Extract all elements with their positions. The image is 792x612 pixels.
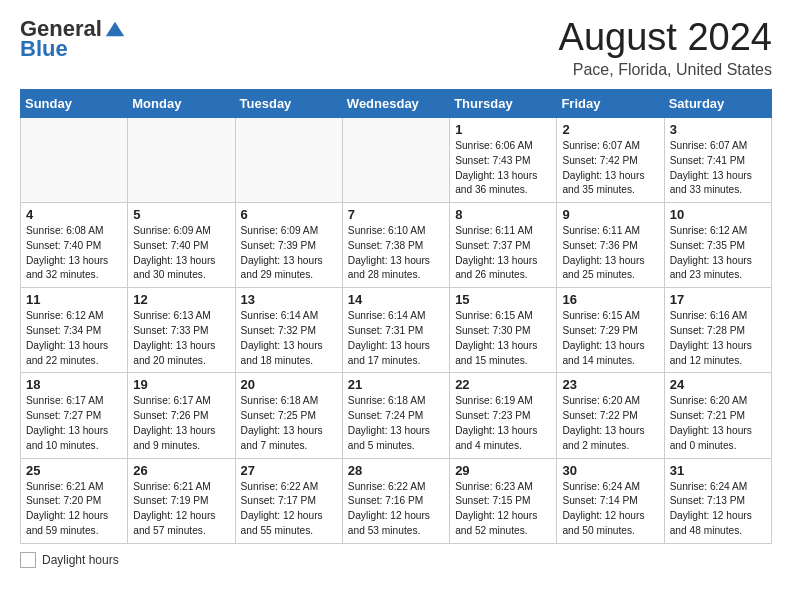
day-info: Sunrise: 6:14 AM Sunset: 7:32 PM Dayligh…: [241, 309, 337, 368]
weekday-header-friday: Friday: [557, 90, 664, 118]
daylight-label: Daylight hours: [42, 553, 119, 567]
day-number: 28: [348, 463, 444, 478]
day-number: 11: [26, 292, 122, 307]
day-number: 18: [26, 377, 122, 392]
day-info: Sunrise: 6:17 AM Sunset: 7:27 PM Dayligh…: [26, 394, 122, 453]
day-info: Sunrise: 6:24 AM Sunset: 7:14 PM Dayligh…: [562, 480, 658, 539]
day-info: Sunrise: 6:24 AM Sunset: 7:13 PM Dayligh…: [670, 480, 766, 539]
day-info: Sunrise: 6:20 AM Sunset: 7:21 PM Dayligh…: [670, 394, 766, 453]
day-info: Sunrise: 6:14 AM Sunset: 7:31 PM Dayligh…: [348, 309, 444, 368]
week-row-2: 11Sunrise: 6:12 AM Sunset: 7:34 PM Dayli…: [21, 288, 772, 373]
logo-icon: [104, 18, 126, 40]
day-number: 16: [562, 292, 658, 307]
day-number: 9: [562, 207, 658, 222]
day-info: Sunrise: 6:09 AM Sunset: 7:39 PM Dayligh…: [241, 224, 337, 283]
calendar-cell: [342, 118, 449, 203]
day-number: 19: [133, 377, 229, 392]
day-info: Sunrise: 6:17 AM Sunset: 7:26 PM Dayligh…: [133, 394, 229, 453]
day-info: Sunrise: 6:08 AM Sunset: 7:40 PM Dayligh…: [26, 224, 122, 283]
day-info: Sunrise: 6:16 AM Sunset: 7:28 PM Dayligh…: [670, 309, 766, 368]
week-row-4: 25Sunrise: 6:21 AM Sunset: 7:20 PM Dayli…: [21, 458, 772, 543]
calendar-cell: 28Sunrise: 6:22 AM Sunset: 7:16 PM Dayli…: [342, 458, 449, 543]
weekday-header-thursday: Thursday: [450, 90, 557, 118]
day-number: 29: [455, 463, 551, 478]
calendar-cell: 13Sunrise: 6:14 AM Sunset: 7:32 PM Dayli…: [235, 288, 342, 373]
calendar-cell: 30Sunrise: 6:24 AM Sunset: 7:14 PM Dayli…: [557, 458, 664, 543]
calendar-cell: 2Sunrise: 6:07 AM Sunset: 7:42 PM Daylig…: [557, 118, 664, 203]
calendar-cell: 26Sunrise: 6:21 AM Sunset: 7:19 PM Dayli…: [128, 458, 235, 543]
calendar-cell: [235, 118, 342, 203]
calendar-cell: 16Sunrise: 6:15 AM Sunset: 7:29 PM Dayli…: [557, 288, 664, 373]
day-number: 13: [241, 292, 337, 307]
calendar-cell: 1Sunrise: 6:06 AM Sunset: 7:43 PM Daylig…: [450, 118, 557, 203]
day-info: Sunrise: 6:19 AM Sunset: 7:23 PM Dayligh…: [455, 394, 551, 453]
calendar-cell: 3Sunrise: 6:07 AM Sunset: 7:41 PM Daylig…: [664, 118, 771, 203]
calendar-cell: [128, 118, 235, 203]
week-row-3: 18Sunrise: 6:17 AM Sunset: 7:27 PM Dayli…: [21, 373, 772, 458]
day-number: 4: [26, 207, 122, 222]
day-info: Sunrise: 6:11 AM Sunset: 7:36 PM Dayligh…: [562, 224, 658, 283]
day-info: Sunrise: 6:15 AM Sunset: 7:29 PM Dayligh…: [562, 309, 658, 368]
day-number: 15: [455, 292, 551, 307]
week-row-0: 1Sunrise: 6:06 AM Sunset: 7:43 PM Daylig…: [21, 118, 772, 203]
calendar-cell: 12Sunrise: 6:13 AM Sunset: 7:33 PM Dayli…: [128, 288, 235, 373]
day-number: 25: [26, 463, 122, 478]
title-block: August 2024 Pace, Florida, United States: [559, 16, 772, 79]
day-info: Sunrise: 6:23 AM Sunset: 7:15 PM Dayligh…: [455, 480, 551, 539]
calendar-cell: 31Sunrise: 6:24 AM Sunset: 7:13 PM Dayli…: [664, 458, 771, 543]
calendar-cell: 9Sunrise: 6:11 AM Sunset: 7:36 PM Daylig…: [557, 203, 664, 288]
calendar-cell: 8Sunrise: 6:11 AM Sunset: 7:37 PM Daylig…: [450, 203, 557, 288]
day-number: 1: [455, 122, 551, 137]
day-number: 24: [670, 377, 766, 392]
day-info: Sunrise: 6:07 AM Sunset: 7:42 PM Dayligh…: [562, 139, 658, 198]
day-number: 30: [562, 463, 658, 478]
calendar-cell: 11Sunrise: 6:12 AM Sunset: 7:34 PM Dayli…: [21, 288, 128, 373]
calendar-cell: 5Sunrise: 6:09 AM Sunset: 7:40 PM Daylig…: [128, 203, 235, 288]
header: General Blue August 2024 Pace, Florida, …: [20, 16, 772, 79]
logo: General Blue: [20, 16, 126, 62]
day-number: 10: [670, 207, 766, 222]
day-info: Sunrise: 6:11 AM Sunset: 7:37 PM Dayligh…: [455, 224, 551, 283]
calendar-cell: 23Sunrise: 6:20 AM Sunset: 7:22 PM Dayli…: [557, 373, 664, 458]
calendar-cell: 17Sunrise: 6:16 AM Sunset: 7:28 PM Dayli…: [664, 288, 771, 373]
weekday-header-row: SundayMondayTuesdayWednesdayThursdayFrid…: [21, 90, 772, 118]
calendar-cell: 21Sunrise: 6:18 AM Sunset: 7:24 PM Dayli…: [342, 373, 449, 458]
weekday-header-tuesday: Tuesday: [235, 90, 342, 118]
calendar-cell: 6Sunrise: 6:09 AM Sunset: 7:39 PM Daylig…: [235, 203, 342, 288]
day-info: Sunrise: 6:22 AM Sunset: 7:16 PM Dayligh…: [348, 480, 444, 539]
calendar-cell: 4Sunrise: 6:08 AM Sunset: 7:40 PM Daylig…: [21, 203, 128, 288]
calendar-cell: 29Sunrise: 6:23 AM Sunset: 7:15 PM Dayli…: [450, 458, 557, 543]
calendar-cell: 18Sunrise: 6:17 AM Sunset: 7:27 PM Dayli…: [21, 373, 128, 458]
footer: Daylight hours: [20, 552, 772, 568]
day-info: Sunrise: 6:07 AM Sunset: 7:41 PM Dayligh…: [670, 139, 766, 198]
weekday-header-saturday: Saturday: [664, 90, 771, 118]
svg-marker-0: [106, 22, 124, 37]
calendar-cell: 20Sunrise: 6:18 AM Sunset: 7:25 PM Dayli…: [235, 373, 342, 458]
weekday-header-monday: Monday: [128, 90, 235, 118]
day-number: 17: [670, 292, 766, 307]
logo-blue-text: Blue: [20, 36, 68, 62]
day-number: 3: [670, 122, 766, 137]
day-number: 27: [241, 463, 337, 478]
page: General Blue August 2024 Pace, Florida, …: [0, 0, 792, 584]
calendar-cell: 10Sunrise: 6:12 AM Sunset: 7:35 PM Dayli…: [664, 203, 771, 288]
calendar-cell: [21, 118, 128, 203]
day-info: Sunrise: 6:18 AM Sunset: 7:25 PM Dayligh…: [241, 394, 337, 453]
calendar-cell: 7Sunrise: 6:10 AM Sunset: 7:38 PM Daylig…: [342, 203, 449, 288]
day-info: Sunrise: 6:22 AM Sunset: 7:17 PM Dayligh…: [241, 480, 337, 539]
calendar-table: SundayMondayTuesdayWednesdayThursdayFrid…: [20, 89, 772, 544]
day-info: Sunrise: 6:20 AM Sunset: 7:22 PM Dayligh…: [562, 394, 658, 453]
week-row-1: 4Sunrise: 6:08 AM Sunset: 7:40 PM Daylig…: [21, 203, 772, 288]
day-info: Sunrise: 6:13 AM Sunset: 7:33 PM Dayligh…: [133, 309, 229, 368]
location: Pace, Florida, United States: [559, 61, 772, 79]
day-info: Sunrise: 6:15 AM Sunset: 7:30 PM Dayligh…: [455, 309, 551, 368]
calendar-cell: 27Sunrise: 6:22 AM Sunset: 7:17 PM Dayli…: [235, 458, 342, 543]
day-number: 14: [348, 292, 444, 307]
day-info: Sunrise: 6:21 AM Sunset: 7:20 PM Dayligh…: [26, 480, 122, 539]
day-info: Sunrise: 6:09 AM Sunset: 7:40 PM Dayligh…: [133, 224, 229, 283]
day-number: 20: [241, 377, 337, 392]
month-title: August 2024: [559, 16, 772, 59]
weekday-header-sunday: Sunday: [21, 90, 128, 118]
calendar-cell: 19Sunrise: 6:17 AM Sunset: 7:26 PM Dayli…: [128, 373, 235, 458]
day-number: 8: [455, 207, 551, 222]
